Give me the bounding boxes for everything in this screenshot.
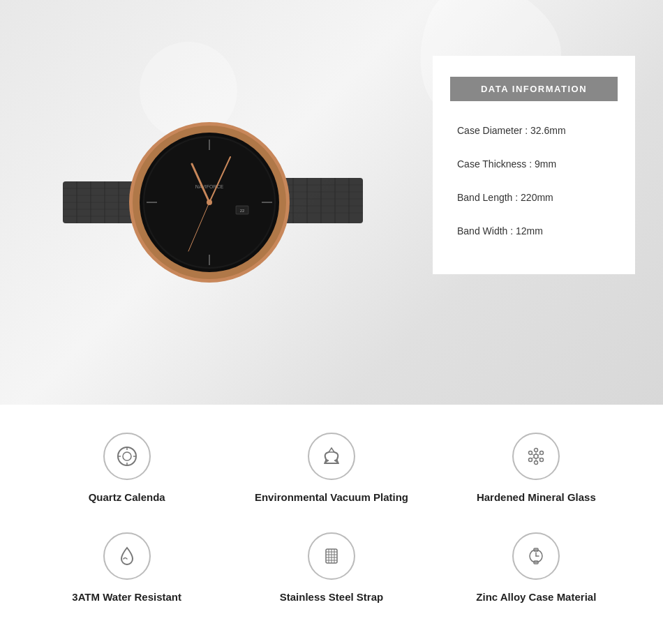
water-label: 3ATM Water Resistant xyxy=(72,590,181,604)
zinc-label: Zinc Alloy Case Material xyxy=(476,590,596,604)
svg-point-40 xyxy=(207,200,212,205)
watch-image-area: NAVIFORCE 22 xyxy=(21,21,398,384)
case-thickness: Case Thickness : 9mm xyxy=(450,149,618,179)
features-grid: Quartz Calenda Environmental Vacuum Plat… xyxy=(31,433,632,604)
features-section: Quartz Calenda Environmental Vacuum Plat… xyxy=(0,405,663,639)
quartz-icon xyxy=(103,433,151,480)
svg-point-50 xyxy=(529,451,532,455)
svg-point-48 xyxy=(535,449,538,452)
svg-point-49 xyxy=(535,461,538,465)
strap-label: Stainless Steel Strap xyxy=(280,590,383,604)
svg-line-57 xyxy=(538,454,540,456)
feature-water: 3ATM Water Resistant xyxy=(31,532,222,604)
svg-text:22: 22 xyxy=(240,209,245,213)
vacuum-icon xyxy=(308,433,355,480)
svg-point-47 xyxy=(534,454,538,458)
svg-line-58 xyxy=(532,458,535,459)
glass-icon xyxy=(512,433,560,480)
feature-glass: Hardened Mineral Glass xyxy=(441,433,632,504)
band-length: Band Length : 220mm xyxy=(450,182,618,213)
svg-point-53 xyxy=(540,458,544,462)
vacuum-label: Environmental Vacuum Plating xyxy=(255,490,408,504)
zinc-icon xyxy=(512,532,560,580)
case-diameter: Case Diameter : 32.6mm xyxy=(450,115,618,146)
water-icon xyxy=(103,532,151,580)
feature-strap: Stainless Steel Strap xyxy=(236,532,426,604)
svg-line-56 xyxy=(532,454,535,456)
product-hero-section: NAVIFORCE 22 DATA INFORMATION Case Diame… xyxy=(0,0,663,405)
feature-quartz: Quartz Calenda xyxy=(31,433,222,504)
svg-line-59 xyxy=(538,458,540,459)
svg-point-51 xyxy=(540,451,544,455)
strap-icon xyxy=(308,532,355,580)
data-info-card: DATA INFORMATION Case Diameter : 32.6mm … xyxy=(433,56,635,274)
data-card-title: DATA INFORMATION xyxy=(450,77,618,101)
band-width: Band Width : 12mm xyxy=(450,216,618,246)
glass-label: Hardened Mineral Glass xyxy=(477,490,596,504)
svg-point-42 xyxy=(123,452,131,460)
svg-point-52 xyxy=(529,458,532,462)
quartz-label: Quartz Calenda xyxy=(89,490,165,504)
svg-text:NAVIFORCE: NAVIFORCE xyxy=(195,184,224,189)
feature-vacuum: Environmental Vacuum Plating xyxy=(236,433,426,504)
feature-zinc: Zinc Alloy Case Material xyxy=(441,532,632,604)
